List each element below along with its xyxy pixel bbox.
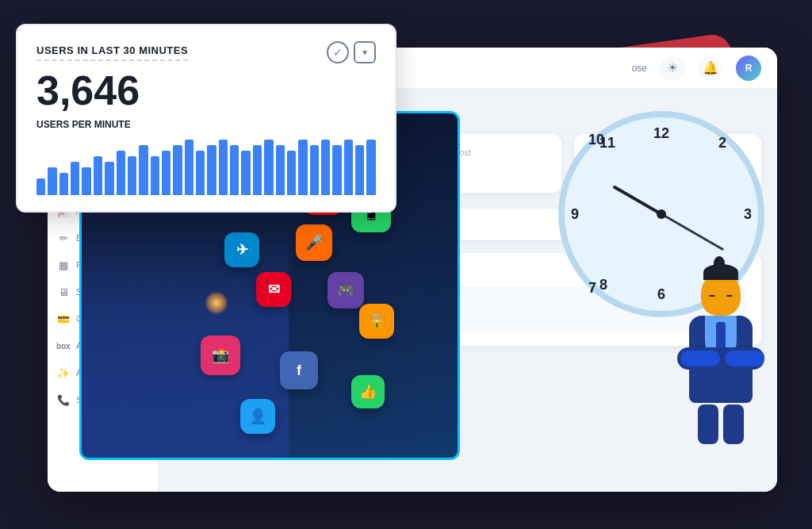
analytics-widget: USERS IN LAST 30 MINUTES ✓ ▾ 3,646 USERS… (16, 24, 396, 213)
chart-bar (332, 145, 341, 195)
mic-float-icon: 🎤 (296, 224, 332, 261)
person-leg-left (698, 404, 718, 444)
clock-overlay: 12 3 6 9 2 4 7 8 11 10 (527, 79, 796, 444)
clock-minute-hand (661, 213, 723, 251)
clock-12: 12 (653, 125, 669, 142)
chart-bar (241, 151, 250, 195)
widget-subtitle: USERS PER MINUTE (36, 119, 376, 130)
person-leg-right (723, 404, 744, 444)
notification-button[interactable]: 🔔 (698, 56, 723, 81)
chart-bar (219, 140, 228, 195)
supports-icon: 📞 (57, 393, 70, 406)
topbar-close-label: ose (632, 63, 647, 74)
clock-hour-hand (612, 185, 662, 215)
widget-header: USERS IN LAST 30 MINUTES ✓ ▾ (36, 41, 376, 63)
chart-bar (71, 162, 79, 195)
chart-bar (185, 140, 193, 195)
person-float-icon: 👤 (240, 399, 275, 434)
chart-bar (117, 151, 125, 195)
clock-6: 6 (657, 286, 665, 303)
clock-8: 8 (599, 277, 607, 293)
widget-check-button[interactable]: ✓ (327, 41, 349, 63)
chart-bar (196, 151, 205, 195)
person-figure (669, 272, 772, 444)
clock-7: 7 (588, 280, 596, 297)
clock-2: 2 (718, 135, 726, 151)
chart-bar (139, 145, 147, 195)
aigenerated-icon: ✨ (57, 366, 70, 379)
instagram2-float-icon: 📸 (201, 335, 240, 375)
clock-10: 10 (588, 132, 604, 148)
settings-button[interactable]: ☀ (660, 56, 685, 81)
notification-icon: 🔔 (703, 60, 718, 75)
like-float-icon: 👍 (351, 375, 385, 408)
platforms-icon: ▦ (57, 259, 70, 271)
glow-effect (205, 291, 228, 315)
chart-bar (298, 140, 307, 195)
widget-dropdown-button[interactable]: ▾ (354, 41, 376, 63)
person-eye-left (709, 295, 715, 297)
chart-bar (207, 145, 216, 195)
bar-chart (36, 140, 376, 195)
subscription-icon: 🖥 (57, 286, 70, 298)
fb-float-icon: f (280, 351, 318, 389)
person-eye-right (726, 295, 733, 297)
chart-bar (173, 145, 182, 195)
clock-3: 3 (744, 206, 752, 223)
chart-bar (162, 151, 170, 195)
brands-icon: ✏ (57, 232, 70, 244)
mail-float-icon: ✉ (256, 272, 291, 307)
chart-bar (321, 140, 330, 195)
person-hair-top (714, 256, 725, 270)
arm-left (680, 351, 720, 366)
chart-bar (310, 145, 319, 195)
clock-center-dot (657, 209, 666, 219)
chart-bar (264, 140, 273, 195)
chart-bar (48, 167, 56, 195)
lock-float-icon: 🔒 (359, 304, 394, 339)
chart-bar (94, 156, 102, 195)
person-head (701, 272, 741, 316)
widget-title: USERS IN LAST 30 MINUTES (36, 44, 188, 61)
telegram-float-icon: ✈ (224, 232, 259, 267)
credits-icon: 💳 (57, 312, 70, 325)
chart-bar (151, 156, 159, 195)
chart-bar (344, 140, 353, 195)
widget-controls: ✓ ▾ (327, 41, 376, 63)
aitools-icon: box (57, 339, 70, 352)
person-arms-crossed (677, 347, 764, 370)
avatar-label: R (745, 63, 753, 74)
person-legs (669, 404, 772, 444)
widget-user-count: 3,646 (36, 70, 376, 111)
twitch-float-icon: 🎮 (327, 272, 364, 309)
chart-bar (355, 145, 364, 195)
arm-right (725, 351, 764, 366)
chart-bar (36, 178, 45, 195)
user-avatar[interactable]: R (736, 56, 761, 81)
chart-bar (287, 151, 296, 195)
clock-scene: 12 3 6 9 2 4 7 8 11 10 (550, 95, 772, 428)
chart-bar (82, 167, 90, 195)
chart-bar (59, 173, 68, 195)
chart-bar (276, 145, 285, 195)
chart-bar (253, 145, 262, 195)
chart-bar (230, 145, 239, 195)
chart-bar (366, 140, 375, 195)
settings-icon: ☀ (667, 60, 678, 75)
chart-bar (105, 162, 113, 195)
person-body (689, 316, 753, 403)
chart-bar (128, 156, 136, 195)
clock-9: 9 (571, 206, 579, 223)
